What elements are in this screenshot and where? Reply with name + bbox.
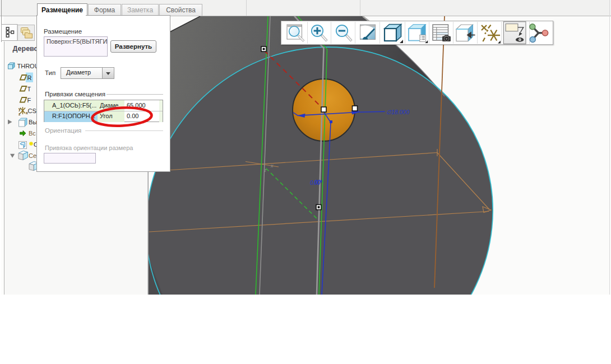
svg-text:z: z [18,112,21,116]
svg-text:R: R [27,74,32,81]
svg-text:Вс: Вс [29,130,36,137]
svg-text:∅18.000: ∅18.000 [386,109,409,115]
svg-text:x: x [270,163,274,169]
svg-text:F: F [27,97,31,104]
svg-text:Се: Се [29,152,36,159]
svg-text:y: y [18,107,21,111]
svg-text:00°: 00° [314,179,322,185]
svg-text:T: T [27,86,31,92]
